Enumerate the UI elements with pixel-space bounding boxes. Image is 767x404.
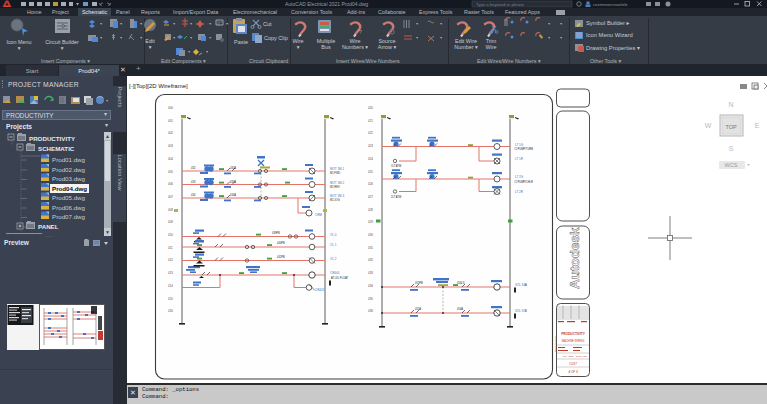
svg-text:DWG. NO.: DWG. NO. <box>576 355 588 358</box>
svg-text:?: ? <box>359 29 362 35</box>
svg-text:coemmoerrooelole: coemmoerrooelole <box>593 2 628 7</box>
svg-text:440PB: 440PB <box>277 241 285 245</box>
svg-text:433: 433 <box>191 180 196 184</box>
svg-text:CR441: CR441 <box>315 288 325 292</box>
svg-text:434: 434 <box>368 284 373 288</box>
svg-text:[-][Top][2D Wireframe]: [-][Top][2D Wireframe] <box>129 83 188 89</box>
svg-text:423: 423 <box>368 144 373 148</box>
svg-text:441PB: 441PB <box>277 255 285 259</box>
svg-text:Autodesk: Autodesk <box>567 227 582 289</box>
svg-text:430: 430 <box>368 233 373 237</box>
svg-text:TOP: TOP <box>725 124 737 130</box>
svg-text:PRODUCTIVITY: PRODUCTIVITY <box>561 332 586 336</box>
svg-text:420: 420 <box>368 106 373 110</box>
svg-text:413: 413 <box>168 271 173 275</box>
svg-text:N: N <box>728 101 733 108</box>
svg-text:#1 PUMP/CHLR: #1 PUMP/CHLR <box>514 180 533 184</box>
svg-text:456A: 456A <box>457 307 463 311</box>
svg-text:B: B <box>525 309 527 313</box>
svg-text:456LS: 456LS <box>457 281 465 285</box>
svg-text:Drawing Properties ▾: Drawing Properties ▾ <box>586 45 640 51</box>
svg-text:424: 424 <box>368 157 373 161</box>
svg-text:CR440: CR440 <box>330 271 340 275</box>
svg-text:431: 431 <box>368 246 373 250</box>
svg-text:432A: 432A <box>230 166 236 170</box>
svg-text:414: 414 <box>168 284 173 288</box>
svg-text:408: 408 <box>168 208 173 212</box>
svg-text:MOT 1M-1: MOT 1M-1 <box>330 167 345 171</box>
svg-text:403: 403 <box>168 144 173 148</box>
svg-text:432: 432 <box>368 258 373 262</box>
svg-text:2LT ATM: 2LT ATM <box>391 195 401 199</box>
svg-text:429: 429 <box>368 220 373 224</box>
svg-text:PRODUCTIVITY: PRODUCTIVITY <box>554 335 556 352</box>
svg-text:OL 0: OL 0 <box>330 233 337 237</box>
svg-text:W: W <box>705 122 712 129</box>
svg-text:405: 405 <box>168 170 173 174</box>
svg-text:428: 428 <box>368 208 373 212</box>
svg-text:CRM: CRM <box>315 213 322 217</box>
svg-text:1LT ATM: 1LT ATM <box>391 164 401 168</box>
svg-text:434: 434 <box>191 193 196 197</box>
svg-text:434A: 434A <box>230 193 236 197</box>
svg-text:M1 FWD: M1 FWD <box>330 171 340 175</box>
svg-text:MACHINE WIRING: MACHINE WIRING <box>562 339 584 343</box>
svg-text:4 OF 9: 4 OF 9 <box>568 370 577 374</box>
svg-text:WCS: WCS <box>725 162 738 168</box>
svg-text:LT 2G: LT 2G <box>515 175 524 179</box>
svg-text:406: 406 <box>168 182 173 186</box>
svg-text:AutoCAD Electrical 2021 Prod0: AutoCAD Electrical 2021 Prod04.dwg <box>285 1 368 7</box>
svg-text:427: 427 <box>368 195 373 199</box>
svg-text:Icon Menu Wizard: Icon Menu Wizard <box>586 32 633 38</box>
svg-text:M1 JOG: M1 JOG <box>330 198 340 202</box>
svg-text:411: 411 <box>168 246 173 250</box>
svg-text:CUST: CUST <box>569 362 578 366</box>
svg-text:SOL 65: SOL 65 <box>515 309 525 313</box>
svg-text:S: S <box>729 145 734 152</box>
svg-text:415: 415 <box>168 297 173 301</box>
svg-text:MOT 1M-2: MOT 1M-2 <box>330 181 345 185</box>
svg-text:LT 1R: LT 1R <box>515 157 524 161</box>
svg-text:400: 400 <box>168 106 173 110</box>
svg-text:#1 PUMP/TURB: #1 PUMP/TURB <box>514 147 533 151</box>
svg-text:Type a keyword or phrase: Type a keyword or phrase <box>476 2 525 7</box>
svg-text:Copy Clip: Copy Clip <box>264 35 288 41</box>
svg-text:404: 404 <box>168 157 173 161</box>
svg-text:OL 1: OL 1 <box>330 243 337 247</box>
svg-text:402: 402 <box>168 131 173 135</box>
svg-text:421: 421 <box>368 119 373 123</box>
svg-text:412: 412 <box>168 258 173 262</box>
svg-text:426: 426 <box>368 182 373 186</box>
svg-text:MOT 1M-3: MOT 1M-3 <box>330 194 345 198</box>
svg-text:410: 410 <box>168 233 173 237</box>
svg-text:OL 2: OL 2 <box>330 257 337 261</box>
svg-text:439PB: 439PB <box>272 231 280 235</box>
svg-text:416: 416 <box>168 309 173 313</box>
svg-text:436: 436 <box>368 309 373 313</box>
svg-text:422: 422 <box>368 131 373 135</box>
svg-text:A: A <box>525 283 527 287</box>
svg-text:SOL 64: SOL 64 <box>515 283 525 287</box>
svg-text:M1 REV: M1 REV <box>330 185 340 189</box>
svg-text:407: 407 <box>168 195 173 199</box>
svg-text:JIC - STD: JIC - STD <box>563 355 574 358</box>
svg-text:Symbol Builder ▸: Symbol Builder ▸ <box>586 20 630 26</box>
svg-text:LT 2R: LT 2R <box>515 190 524 194</box>
svg-text:432: 432 <box>191 166 196 170</box>
svg-text:433: 433 <box>368 271 373 275</box>
svg-text:E: E <box>755 122 760 129</box>
svg-text:435: 435 <box>368 297 373 301</box>
svg-text:AT LVL FLOAT: AT LVL FLOAT <box>331 276 348 280</box>
svg-text:Cut: Cut <box>263 21 272 27</box>
svg-text:401: 401 <box>168 119 173 123</box>
svg-text:409: 409 <box>168 220 173 224</box>
svg-text:LT 1G: LT 1G <box>515 143 524 147</box>
svg-text:425: 425 <box>368 170 373 174</box>
svg-text:433A: 433A <box>230 180 236 184</box>
